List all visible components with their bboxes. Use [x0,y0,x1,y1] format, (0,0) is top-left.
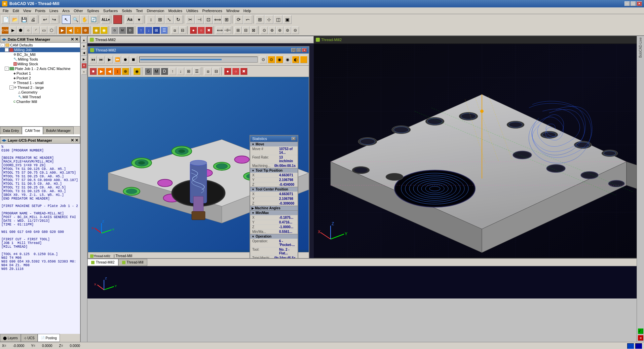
tb2-misc3[interactable]: ⊛ [276,27,283,34]
snap-btn[interactable]: ⊹ [265,15,273,24]
font-btn[interactable]: Aa [125,15,134,24]
tree-item-thread1[interactable]: ⟳ Thread 1 - small [0,80,80,85]
viewport-right[interactable]: Thread-Mill2 [314,36,637,258]
tree-item-bc3x-mill[interactable]: ⚙ BC_3x_Mill [0,52,80,57]
view3d-btn[interactable]: ▣ [283,15,292,24]
stats-close[interactable]: ✕ [292,137,296,140]
menu-solids[interactable]: Solids [120,8,134,13]
menu-lines[interactable]: Lines [47,8,60,13]
expand-cam-defaults[interactable]: - [1,43,5,47]
cam-btn-16[interactable]: ● [224,68,231,75]
tree-item-cam-defaults[interactable]: - CAM Defaults [0,43,80,47]
minimize-button[interactable]: ─ [624,1,630,6]
tb2-play[interactable]: ▶ [9,27,16,34]
anim-maximize[interactable]: □ [297,48,301,52]
cam-btn-18[interactable]: ✖ [240,68,248,75]
strip-btn-1[interactable]: ▲ [81,37,87,43]
cam-btn-17[interactable]: ○ [232,68,239,75]
menu-surfaces[interactable]: Surfaces [101,8,120,13]
strip-btn-3[interactable]: ◀ [81,50,87,56]
stats-tip-expand[interactable]: ▼ [252,169,255,172]
stats-angles-expand[interactable]: ▶ [252,207,254,210]
tb2-misc1[interactable]: ⊙ [261,27,268,34]
cam-btn-3[interactable]: ◀ [106,68,113,75]
cam-btn-7[interactable]: G [145,68,152,75]
print-button[interactable]: 🖨 [29,15,37,24]
rotate2-btn[interactable]: ↻ [174,15,183,24]
transport-next[interactable]: ⏩ [114,56,121,63]
menu-dimension[interactable]: Dimension [145,8,166,13]
tb2-blue-3[interactable]: ⊞ [153,27,160,34]
tb2-orange-1[interactable]: ▶ [59,27,66,34]
cam-btn-10[interactable]: ↑ [169,68,176,75]
tree-item-milling-tools[interactable]: 🔧 Milling Tools [0,57,80,62]
tb2-red-1[interactable]: ● [190,27,197,34]
zoom-button[interactable]: 🔍 [71,15,80,24]
cam-btn-14[interactable]: ⧈ [204,68,212,75]
rotate-button[interactable]: 🔄 [89,15,98,24]
offset-btn[interactable]: ⊡ [204,15,213,24]
line-btn[interactable]: ALL▾ [101,15,110,24]
copy-btn[interactable]: ⊞ [156,15,164,24]
close-button[interactable]: ✕ [637,1,642,6]
tree-panel-close[interactable]: ✕ ✕ [71,37,78,42]
tb2-drill[interactable]: D [126,27,134,34]
select-button[interactable]: ↖ [62,15,71,24]
strip-btn-6[interactable]: + [81,69,87,75]
open-button[interactable]: 📂 [10,15,19,24]
undo-button[interactable]: ↩ [41,15,49,24]
menu-utilities[interactable]: Utilities [184,8,200,13]
tb2-layer[interactable]: ⊞ [234,27,242,34]
tb2-blue-1[interactable]: ↑ [137,27,145,34]
tb2-red-3[interactable]: ✖ [205,27,213,34]
tree-content[interactable]: - CAM Defaults - Milling Job ⚙ BC_3x_Mil… [0,43,80,126]
maximize-button[interactable]: □ [631,1,636,6]
transport-stop[interactable]: ⏹ [130,56,137,63]
tree-item-milling-stock[interactable]: M Milling Stock [0,62,80,66]
menu-edit[interactable]: Edit [11,8,21,13]
extend-btn[interactable]: ⊣ [195,15,204,24]
tab-layers[interactable]: ⬤ Layers [0,334,21,342]
expand-thread2[interactable]: - [9,85,13,90]
anim-window-title[interactable]: Thread-Mill2 _ □ ✕ [88,47,309,54]
save-button[interactable]: 💾 [20,15,28,24]
cam-btn-12[interactable]: ⊞ [185,68,192,75]
progress-bar[interactable] [139,57,258,63]
expand-plate-job[interactable]: - [5,67,9,71]
stats-op-expand[interactable]: ▼ [252,235,255,238]
sidebar-red-btn[interactable]: ✕ [638,335,643,341]
tree-item-pocket2[interactable]: ◈ Pocket 2 [0,76,80,80]
transport-prev[interactable]: ⏭ [98,56,105,63]
strip-btn-4[interactable]: ▶ [81,57,87,62]
cam-btn-6[interactable]: ◉ [133,68,141,75]
scale-btn[interactable]: ⤡ [165,15,174,24]
cam-btn-8[interactable]: M [153,68,160,75]
anim-minimize[interactable]: _ [291,48,296,52]
tb2-orange-2[interactable]: ◀ [66,27,74,34]
tb2-cam2[interactable]: G [111,27,118,34]
tb2-rect[interactable]: ▭ [40,27,47,34]
3d-btn[interactable]: ◫ [274,15,282,24]
tb2-shapes[interactable]: ⬟ [17,27,24,34]
tab-posting[interactable]: 📄 Posting [38,334,60,342]
tb2-layer2[interactable]: ⊟ [242,27,250,34]
tab-bobart[interactable]: BobArt Manager [43,127,74,134]
tb2-orange-4[interactable]: ⊕ [82,27,89,34]
viewport-3d-main[interactable]: Thread-Mill2 Thread-Mill2 _ □ ✕ [87,36,314,258]
color-btn[interactable] [113,15,122,24]
transport-start[interactable]: ⏮ [89,56,97,63]
menu-other[interactable]: Other [72,8,85,13]
tree-item-thread2[interactable]: - ⟳ Thread 2 - large [0,85,80,90]
tb2-polygon[interactable]: ⬡ [48,27,55,34]
tb2-cam[interactable]: CAM [1,27,9,34]
menu-modules[interactable]: Modules [166,8,184,13]
anim-close[interactable]: ✕ [302,48,307,52]
stats-move-expand[interactable]: ▼ [252,143,255,146]
cam-btn-13[interactable]: ☰ [193,68,200,75]
tb2-view2[interactable]: ⊟ [179,27,186,34]
cam-btn-5[interactable]: ⊕ [122,68,129,75]
cam-btn-4[interactable]: ↕ [114,68,121,75]
transport-play[interactable]: ▶ [106,56,113,63]
cam-btn-1[interactable]: ■ [89,68,97,75]
tb2-flip[interactable]: ⟺ [216,27,223,34]
